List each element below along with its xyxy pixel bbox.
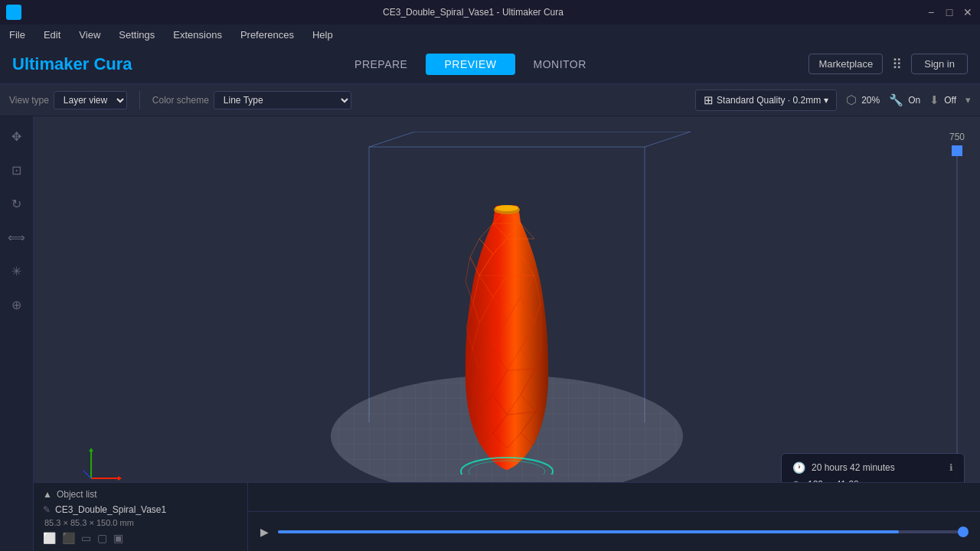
- menubar: File Edit View Settings Extensions Prefe…: [0, 24, 980, 44]
- logo-cura: Cura: [93, 54, 132, 73]
- menu-help[interactable]: Help: [309, 28, 336, 42]
- print-time: 20 hours 42 minutes: [812, 462, 895, 473]
- adhesion-group: ⬇ Off: [929, 93, 956, 107]
- info-button[interactable]: ℹ: [949, 462, 953, 473]
- menu-file[interactable]: File: [6, 28, 28, 42]
- adhesion-icon: ⬇: [929, 93, 939, 107]
- nav-tabs: PREPARE PREVIEW MONITOR: [336, 54, 605, 75]
- object-name: CE3_Double_Spiral_Vase1: [55, 504, 166, 515]
- tab-prepare[interactable]: PREPARE: [336, 54, 426, 75]
- maximize-button[interactable]: □: [943, 6, 956, 18]
- top-icon[interactable]: ▣: [113, 532, 123, 544]
- svg-line-3: [369, 132, 415, 147]
- side-icon[interactable]: ▢: [97, 532, 107, 544]
- signin-button[interactable]: Sign in: [911, 54, 968, 74]
- view-icon[interactable]: ⬜: [43, 532, 56, 544]
- infill-icon: ⬡: [846, 93, 857, 107]
- support-tool-icon[interactable]: ✳: [6, 260, 28, 282]
- nav-right: Marketplace ⠿ Sign in: [808, 53, 968, 76]
- mirror-tool-icon[interactable]: ⟺: [6, 227, 28, 248]
- adhesion-value: Off: [944, 95, 956, 106]
- support-value: On: [908, 95, 920, 106]
- timeline-handle[interactable]: [958, 527, 969, 537]
- clock-icon: 🕐: [792, 461, 805, 474]
- timeline-panel: ▶: [248, 511, 980, 551]
- infill-value: 20%: [861, 95, 880, 106]
- layer-number: 750: [949, 132, 965, 142]
- move-tool-icon[interactable]: ✥: [6, 126, 28, 147]
- svg-marker-15: [89, 448, 93, 452]
- object-list-panel: ▲ Object list ✎ CE3_Double_Spiral_Vase1 …: [34, 483, 248, 551]
- support-group: 🔧 On: [889, 93, 920, 107]
- rotate-tool-icon[interactable]: ↻: [6, 193, 28, 214]
- object-action-icons: ⬜ ⬛ ▭ ▢ ▣: [43, 532, 238, 544]
- timeline-progress: [278, 530, 899, 533]
- chevron-down-icon-2[interactable]: ▾: [965, 94, 971, 106]
- svg-point-9: [495, 205, 518, 211]
- quality-icon: ⊞: [704, 93, 714, 107]
- toolbar: View type Layer view Color scheme Line T…: [0, 84, 980, 116]
- toolbar-separator-1: [139, 91, 140, 109]
- grid-icon[interactable]: ⠿: [889, 53, 905, 76]
- viewtype-label: View type: [9, 95, 49, 106]
- xyz-arrows: [83, 448, 122, 486]
- support-icon: 🔧: [889, 93, 903, 107]
- app-icon: [6, 5, 21, 20]
- menu-edit[interactable]: Edit: [41, 28, 64, 42]
- front-icon[interactable]: ▭: [81, 532, 91, 544]
- colorscheme-select[interactable]: Line Type: [214, 91, 351, 109]
- tab-monitor[interactable]: MONITOR: [515, 54, 605, 75]
- play-button[interactable]: ▶: [260, 526, 269, 538]
- left-sidebar: ✥ ⊡ ↻ ⟺ ✳ ⊕: [0, 116, 34, 551]
- colorscheme-group: Color scheme Line Type: [152, 91, 351, 109]
- vase-object: [430, 199, 583, 474]
- extra-tool-icon[interactable]: ⊕: [6, 294, 28, 315]
- tab-preview[interactable]: PREVIEW: [426, 54, 514, 75]
- chevron-down-icon: ▾: [824, 95, 828, 106]
- edit-icon: ✎: [43, 504, 51, 515]
- bottom-panel: ▲ Object list ✎ CE3_Double_Spiral_Vase1 …: [34, 482, 980, 551]
- object-dimensions: 85.3 × 85.3 × 150.0 mm: [44, 518, 238, 527]
- close-button[interactable]: ✕: [962, 6, 974, 18]
- svg-line-4: [645, 132, 691, 147]
- viewtype-group: View type Layer view: [9, 91, 127, 109]
- app-logo: Ultimaker Cura: [12, 54, 132, 74]
- infill-group: ⬡ 20%: [846, 93, 880, 107]
- timeline-track[interactable]: [278, 530, 968, 533]
- menu-settings[interactable]: Settings: [116, 28, 158, 42]
- menu-preferences[interactable]: Preferences: [237, 28, 297, 42]
- colorscheme-label: Color scheme: [152, 95, 209, 106]
- menu-extensions[interactable]: Extensions: [170, 28, 225, 42]
- window-title: CE3_Double_Spiral_Vase1 - Ultimaker Cura: [21, 7, 925, 18]
- collapse-icon[interactable]: ▲: [43, 489, 52, 500]
- logo-ultimaker: Ultimaker: [12, 54, 89, 73]
- quality-button[interactable]: ⊞ Standard Quality · 0.2mm ▾: [695, 90, 837, 111]
- svg-marker-13: [118, 476, 122, 481]
- titlebar: CE3_Double_Spiral_Vase1 - Ultimaker Cura…: [0, 0, 980, 24]
- viewtype-select[interactable]: Layer view: [54, 91, 127, 109]
- perspective-icon[interactable]: ⬛: [62, 532, 75, 544]
- menu-view[interactable]: View: [76, 28, 103, 42]
- objectlist-title: Object list: [57, 489, 97, 500]
- svg-line-16: [83, 471, 91, 478]
- marketplace-button[interactable]: Marketplace: [808, 54, 883, 74]
- quality-label: Standard Quality · 0.2mm: [717, 95, 821, 106]
- toolbar-right: ⊞ Standard Quality · 0.2mm ▾ ⬡ 20% 🔧 On …: [695, 90, 971, 111]
- scale-tool-icon[interactable]: ⊡: [6, 159, 28, 181]
- minimize-button[interactable]: −: [925, 6, 937, 18]
- topnav: Ultimaker Cura PREPARE PREVIEW MONITOR M…: [0, 44, 980, 84]
